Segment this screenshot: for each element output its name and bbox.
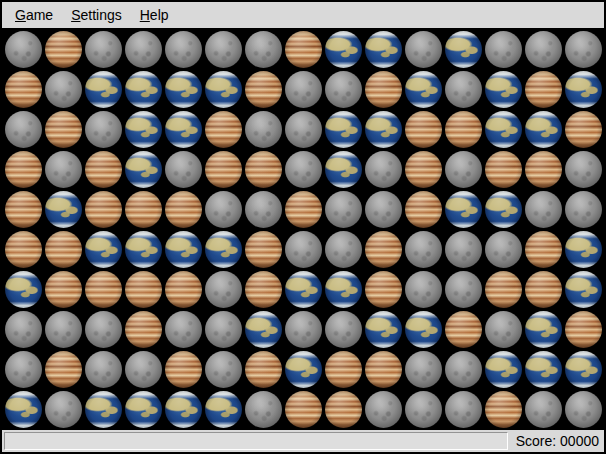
ball-moon[interactable] xyxy=(45,71,82,108)
ball-jupiter[interactable] xyxy=(405,151,442,188)
ball-jupiter[interactable] xyxy=(565,111,602,148)
ball-jupiter[interactable] xyxy=(5,71,42,108)
ball-earth[interactable] xyxy=(45,191,82,228)
ball-moon[interactable] xyxy=(245,391,282,428)
ball-earth[interactable] xyxy=(405,311,442,348)
ball-jupiter[interactable] xyxy=(325,351,362,388)
ball-earth[interactable] xyxy=(525,311,562,348)
ball-moon[interactable] xyxy=(285,311,322,348)
ball-moon[interactable] xyxy=(45,151,82,188)
ball-jupiter[interactable] xyxy=(45,31,82,68)
ball-moon[interactable] xyxy=(485,311,522,348)
ball-moon[interactable] xyxy=(5,31,42,68)
ball-earth[interactable] xyxy=(285,271,322,308)
ball-earth[interactable] xyxy=(285,351,322,388)
ball-earth[interactable] xyxy=(565,231,602,268)
ball-jupiter[interactable] xyxy=(85,271,122,308)
ball-moon[interactable] xyxy=(405,271,442,308)
ball-jupiter[interactable] xyxy=(165,351,202,388)
ball-moon[interactable] xyxy=(5,311,42,348)
menu-item-help[interactable]: Help xyxy=(131,4,178,26)
ball-moon[interactable] xyxy=(285,111,322,148)
ball-earth[interactable] xyxy=(405,71,442,108)
ball-earth[interactable] xyxy=(165,231,202,268)
ball-jupiter[interactable] xyxy=(325,391,362,428)
ball-jupiter[interactable] xyxy=(285,391,322,428)
ball-jupiter[interactable] xyxy=(45,271,82,308)
ball-moon[interactable] xyxy=(445,351,482,388)
ball-moon[interactable] xyxy=(45,311,82,348)
ball-earth[interactable] xyxy=(485,71,522,108)
ball-moon[interactable] xyxy=(525,191,562,228)
ball-moon[interactable] xyxy=(485,231,522,268)
ball-jupiter[interactable] xyxy=(245,71,282,108)
ball-earth[interactable] xyxy=(205,231,242,268)
ball-jupiter[interactable] xyxy=(405,111,442,148)
ball-moon[interactable] xyxy=(325,191,362,228)
ball-moon[interactable] xyxy=(245,31,282,68)
ball-earth[interactable] xyxy=(5,391,42,428)
ball-jupiter[interactable] xyxy=(5,151,42,188)
ball-jupiter[interactable] xyxy=(45,111,82,148)
ball-earth[interactable] xyxy=(485,191,522,228)
ball-earth[interactable] xyxy=(125,111,162,148)
ball-jupiter[interactable] xyxy=(245,351,282,388)
ball-moon[interactable] xyxy=(405,231,442,268)
ball-moon[interactable] xyxy=(365,151,402,188)
ball-moon[interactable] xyxy=(445,151,482,188)
ball-moon[interactable] xyxy=(565,151,602,188)
ball-jupiter[interactable] xyxy=(365,351,402,388)
ball-moon[interactable] xyxy=(285,151,322,188)
ball-earth[interactable] xyxy=(365,111,402,148)
ball-moon[interactable] xyxy=(365,391,402,428)
ball-moon[interactable] xyxy=(245,111,282,148)
ball-moon[interactable] xyxy=(85,351,122,388)
menu-item-settings[interactable]: Settings xyxy=(62,4,131,26)
ball-earth[interactable] xyxy=(125,231,162,268)
ball-earth[interactable] xyxy=(85,71,122,108)
ball-earth[interactable] xyxy=(365,311,402,348)
ball-moon[interactable] xyxy=(445,231,482,268)
ball-earth[interactable] xyxy=(245,311,282,348)
ball-jupiter[interactable] xyxy=(485,271,522,308)
ball-earth[interactable] xyxy=(565,71,602,108)
ball-earth[interactable] xyxy=(165,111,202,148)
ball-earth[interactable] xyxy=(85,391,122,428)
ball-moon[interactable] xyxy=(365,191,402,228)
ball-moon[interactable] xyxy=(405,351,442,388)
ball-moon[interactable] xyxy=(565,31,602,68)
ball-moon[interactable] xyxy=(125,31,162,68)
ball-moon[interactable] xyxy=(325,231,362,268)
ball-jupiter[interactable] xyxy=(125,311,162,348)
ball-jupiter[interactable] xyxy=(445,311,482,348)
ball-moon[interactable] xyxy=(165,311,202,348)
ball-earth[interactable] xyxy=(485,111,522,148)
ball-moon[interactable] xyxy=(205,351,242,388)
ball-jupiter[interactable] xyxy=(245,271,282,308)
ball-moon[interactable] xyxy=(445,391,482,428)
ball-earth[interactable] xyxy=(325,31,362,68)
ball-jupiter[interactable] xyxy=(85,191,122,228)
ball-earth[interactable] xyxy=(125,391,162,428)
ball-earth[interactable] xyxy=(85,231,122,268)
ball-earth[interactable] xyxy=(565,351,602,388)
ball-jupiter[interactable] xyxy=(125,271,162,308)
ball-earth[interactable] xyxy=(325,151,362,188)
ball-moon[interactable] xyxy=(285,231,322,268)
ball-moon[interactable] xyxy=(245,191,282,228)
ball-jupiter[interactable] xyxy=(85,151,122,188)
ball-moon[interactable] xyxy=(525,391,562,428)
ball-earth[interactable] xyxy=(5,271,42,308)
ball-jupiter[interactable] xyxy=(205,151,242,188)
ball-jupiter[interactable] xyxy=(285,191,322,228)
ball-jupiter[interactable] xyxy=(5,191,42,228)
ball-jupiter[interactable] xyxy=(365,71,402,108)
ball-jupiter[interactable] xyxy=(525,271,562,308)
ball-earth[interactable] xyxy=(365,31,402,68)
ball-earth[interactable] xyxy=(325,111,362,148)
ball-earth[interactable] xyxy=(165,71,202,108)
ball-moon[interactable] xyxy=(205,31,242,68)
ball-earth[interactable] xyxy=(525,111,562,148)
ball-earth[interactable] xyxy=(205,391,242,428)
ball-earth[interactable] xyxy=(565,271,602,308)
